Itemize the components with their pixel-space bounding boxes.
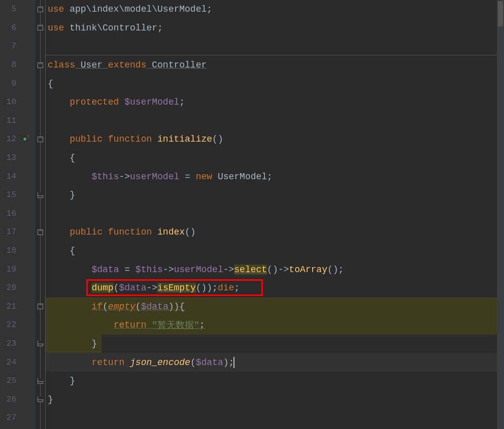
line-number: 21: [0, 302, 19, 311]
line-number: 27: [0, 413, 19, 422]
text-cursor: [233, 357, 234, 368]
line-number: 26: [0, 395, 19, 404]
code-line[interactable]: }: [46, 186, 504, 205]
code-area[interactable]: use app\index\model\UserModel; use think…: [46, 0, 504, 429]
code-line[interactable]: }: [46, 372, 504, 390]
code-line[interactable]: public function initialize(): [46, 130, 504, 149]
code-line[interactable]: if(empty($data)){: [46, 298, 504, 316]
line-number: 5: [0, 5, 19, 14]
code-line[interactable]: public function index(): [46, 223, 504, 242]
code-line-current[interactable]: return json_encode($data);: [46, 353, 504, 372]
line-number: 11: [0, 116, 19, 125]
line-number: 17: [0, 227, 19, 237]
fold-toggle-icon[interactable]: [38, 229, 43, 235]
code-line[interactable]: }: [46, 390, 504, 409]
fold-toggle-icon[interactable]: [38, 62, 43, 68]
line-number: 23: [0, 339, 19, 348]
code-editor[interactable]: 5 6 7 8 9 10 11 12↑ 13 14 15 16 17 18 19…: [0, 0, 504, 429]
code-line[interactable]: [46, 112, 504, 130]
gutter: 5 6 7 8 9 10 11 12↑ 13 14 15 16 17 18 19…: [0, 0, 36, 429]
line-number: 22: [0, 320, 19, 329]
fold-end-icon[interactable]: [38, 192, 43, 198]
line-number: 15: [0, 190, 19, 200]
code-line[interactable]: use app\index\model\UserModel;: [46, 0, 504, 19]
line-number: 16: [0, 209, 19, 218]
line-number: 12: [0, 135, 19, 144]
fold-end-icon[interactable]: [38, 397, 43, 402]
code-line[interactable]: class User extends Controller: [46, 56, 504, 75]
override-method-icon[interactable]: ↑: [19, 137, 30, 142]
scrollbar-thumb[interactable]: [498, 1, 503, 26]
fold-toggle-icon[interactable]: [38, 7, 43, 12]
line-number: 24: [0, 358, 19, 367]
code-line[interactable]: {: [46, 242, 504, 260]
code-line[interactable]: $this->userModel = new UserModel;: [46, 167, 504, 186]
fold-toggle-icon[interactable]: [38, 25, 43, 30]
code-line[interactable]: }: [46, 335, 504, 353]
line-number: 10: [0, 97, 19, 107]
line-number: 20: [0, 283, 19, 292]
fold-toggle-icon[interactable]: [38, 137, 43, 142]
code-line[interactable]: use think\Controller;: [46, 19, 504, 38]
line-number: 18: [0, 246, 19, 255]
code-line[interactable]: protected $userModel;: [46, 93, 504, 112]
code-line[interactable]: $data = $this->userModel->select()->toAr…: [46, 260, 504, 279]
line-number: 9: [0, 79, 19, 88]
line-number: 19: [0, 265, 19, 274]
code-line[interactable]: dump($data->isEmpty());die;: [46, 279, 504, 298]
line-number: 14: [0, 172, 19, 181]
fold-column: [36, 0, 46, 429]
fold-end-icon[interactable]: [38, 378, 43, 384]
code-line[interactable]: [46, 409, 504, 427]
fold-end-icon[interactable]: [38, 341, 43, 346]
fold-toggle-icon[interactable]: [38, 304, 43, 309]
line-number: 8: [0, 60, 19, 70]
code-line[interactable]: [46, 37, 504, 56]
line-number: 7: [0, 42, 19, 51]
code-line[interactable]: {: [46, 74, 504, 93]
vertical-scrollbar[interactable]: [497, 0, 504, 429]
line-number: 6: [0, 23, 19, 32]
code-line[interactable]: {: [46, 149, 504, 168]
line-number: 13: [0, 153, 19, 162]
line-number: 25: [0, 376, 19, 385]
code-line[interactable]: return "暂无数据";: [46, 316, 504, 335]
code-line[interactable]: [46, 205, 504, 223]
